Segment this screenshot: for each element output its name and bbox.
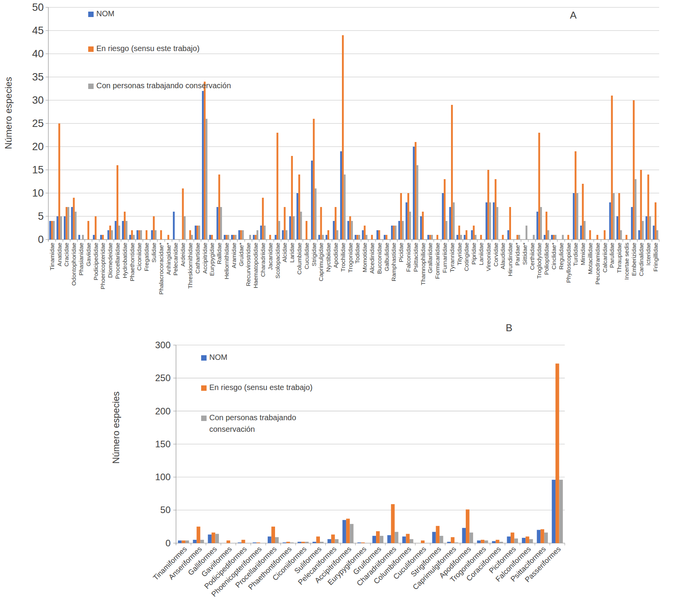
category-label: Columbidae [296,243,303,275]
bar [402,537,406,543]
bar [129,235,131,240]
bar [361,542,365,543]
bar [100,235,102,240]
bar [502,235,504,240]
category-label: Incertae sedis [623,243,630,280]
bar [574,151,576,240]
bar [489,202,491,240]
bar [340,151,342,240]
bar [640,170,642,240]
category-label: Formicariidae [434,243,441,279]
category-label: Tyrannidae [449,243,455,272]
bar [189,230,191,240]
bar [193,540,197,543]
category-label: Procellariidae [114,243,121,279]
bar [384,235,386,240]
bar [545,212,547,240]
category-label: Nyctibiidae [325,243,332,272]
category-label: Accipitridae [202,243,208,274]
bar [108,230,109,240]
y-axis-tick-label: 30 [32,94,44,106]
y-axis-tick-labels: 05101520253035404550 [32,2,44,245]
bar [464,235,466,240]
category-label: Phalacrocoracidae* [158,243,164,294]
legend-item-riesgo: En riesgo (sensu este trabajo) [88,44,200,53]
bar [366,235,367,240]
category-label: Regulidae [558,243,564,270]
bar [255,235,256,240]
bar [204,82,206,240]
bar [51,221,53,240]
legend-swatch [201,416,207,421]
bar [79,235,80,240]
bar [173,212,175,240]
bar [347,221,349,240]
bar [208,534,212,543]
bar [544,532,548,543]
bar [313,542,316,543]
bar [655,202,656,240]
legend-swatch [201,385,207,391]
bar [217,207,219,240]
bar [253,235,255,240]
y-axis-tick-labels: 050100150200250300 [155,340,171,548]
y-axis-tick-label: 150 [155,439,171,449]
bar [395,532,398,543]
bar [331,534,335,543]
bar [282,230,284,240]
bar [481,540,485,543]
bar [485,202,487,240]
bar [284,207,286,240]
bar [49,221,51,240]
bar [297,542,301,543]
category-label: Scolopacidae [274,243,281,279]
category-label: Threskiornithidae [187,243,193,289]
panel-b-corner-label: B [506,322,512,334]
bar [160,230,162,240]
category-labels: TinamidaeAnatidaeCracidaeOdontophoridaeP… [49,243,659,295]
bar [611,96,613,240]
bar [182,541,186,543]
bar [559,480,563,543]
bar [432,532,436,543]
bar [391,226,393,240]
category-label: Todidae [354,243,361,264]
bar [137,230,138,240]
bar [357,235,359,240]
bar [211,235,213,240]
bar [373,536,376,543]
bar [168,235,169,240]
bar [442,193,444,240]
category-label: Alaudidae [499,243,506,269]
bar [514,539,518,543]
category-label: Corvidae [492,243,499,267]
bar [320,207,322,240]
bar [417,165,419,240]
bar [233,235,235,240]
bar [227,541,231,543]
bar [195,226,197,240]
category-label: Troglodytidae [536,243,542,279]
bar [495,179,497,240]
bar [415,142,417,240]
panel-b-y-axis-title: Número especies [111,392,121,464]
category-label: Vireonidae [485,243,492,271]
bar [410,539,414,543]
category-label: Hydrobatidae [121,243,128,278]
bar [238,542,242,543]
bar [268,537,272,543]
bar [87,221,89,240]
bar [460,235,462,240]
y-axis-tick-label: 15 [32,164,44,176]
bar [253,542,256,543]
category-label: Cathartidae [194,243,201,274]
bars-series-nom [49,91,655,240]
bar [507,537,511,543]
bar [656,230,658,240]
bar [346,518,350,543]
category-label: Certhiidae [529,243,535,270]
bar [386,235,388,240]
bar [337,230,338,240]
legend-label: NOM [96,9,115,18]
bar [296,193,298,240]
